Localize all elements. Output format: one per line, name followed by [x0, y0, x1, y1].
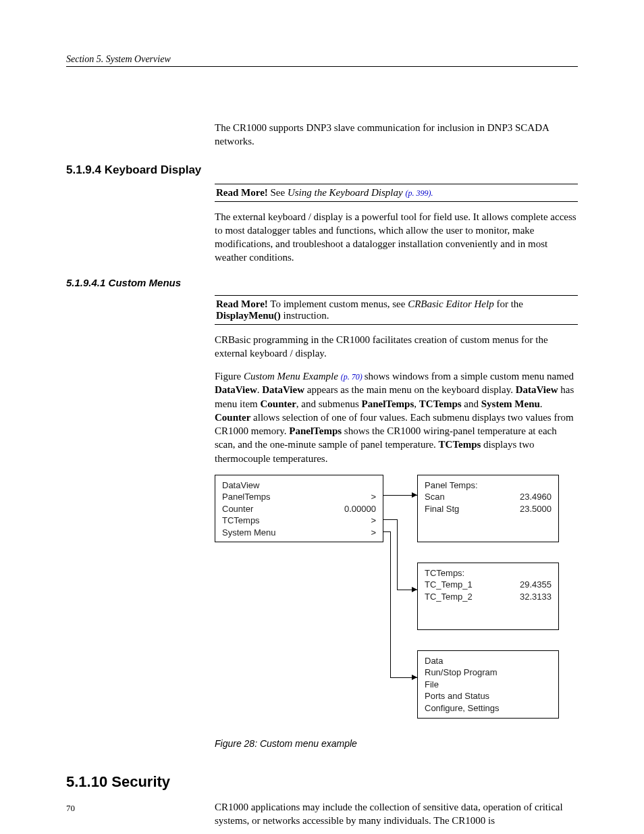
read-more-label: Read More!	[216, 187, 268, 198]
data-label: Final Stg	[425, 503, 459, 515]
text: ,	[414, 398, 419, 409]
panel-paneltemps: Panel Temps: Scan23.4960 Final Stg23.500…	[417, 475, 559, 542]
text: and	[462, 398, 481, 409]
menu-value: >	[371, 515, 376, 527]
connector-line	[390, 531, 391, 677]
bold: DataView	[215, 384, 257, 395]
data-value: 23.5000	[520, 503, 552, 515]
data-label: TC_Temp_2	[425, 591, 473, 603]
bold: TCTemps	[419, 398, 462, 409]
text: appears as the main menu on the keyboard…	[304, 384, 516, 395]
read-more-callout-1: Read More! See Using the Keyboard Displa…	[215, 184, 578, 202]
text: shows windows from a simple custom menu …	[365, 371, 574, 382]
panel-title: TCTemps:	[425, 567, 552, 579]
sys-line: Ports and Status	[425, 690, 552, 702]
panel-tctemps: TCTemps: TC_Temp_129.4355 TC_Temp_232.31…	[417, 563, 559, 630]
menu-value: >	[371, 491, 376, 503]
text: , and submenus	[296, 398, 362, 409]
menu-row: Counter0.00000	[222, 503, 376, 515]
keyboard-display-paragraph: The external keyboard / display is a pow…	[215, 210, 578, 265]
panel-system-menu: Data Run/Stop Program File Ports and Sta…	[417, 650, 559, 719]
menu-row: System Menu>	[222, 527, 376, 539]
panel-title: Panel Temps:	[425, 479, 552, 492]
read-more-callout-2: Read More! To implement custom menus, se…	[215, 295, 578, 325]
menu-value: 0.00000	[344, 503, 376, 515]
connector-line	[397, 519, 398, 590]
page-number: 70	[66, 803, 75, 814]
crbasic-editor-help: CRBasic Editor Help	[408, 298, 494, 309]
connector-line	[383, 531, 390, 532]
page-ref-link[interactable]: (p. 399).	[405, 188, 433, 198]
menu-row: PanelTemps>	[222, 491, 376, 503]
sys-line: Configure, Settings	[425, 702, 552, 714]
text: Figure	[215, 371, 244, 382]
sys-line: Run/Stop Program	[425, 667, 552, 679]
panel-title: DataView	[222, 479, 376, 492]
heading-5-1-9-4: 5.1.9.4 Keyboard Display	[66, 163, 578, 177]
callout-text: To implement custom menus, see	[268, 298, 408, 309]
displaymenu-instr: DisplayMenu()	[216, 310, 281, 321]
callout-text: for the	[494, 298, 523, 309]
security-paragraph: CR1000 applications may include the coll…	[215, 800, 578, 828]
callout-text: See	[268, 187, 288, 198]
data-label: Scan	[425, 491, 445, 503]
sys-line: File	[425, 679, 552, 691]
bold: PanelTemps	[362, 398, 414, 409]
data-label: TC_Temp_1	[425, 579, 473, 591]
data-value: 23.4960	[520, 491, 552, 503]
page-ref-link[interactable]: (p. 70)	[341, 372, 365, 382]
bold: TCTemps	[439, 439, 481, 450]
data-row: Scan23.4960	[425, 491, 552, 503]
connector-line	[383, 519, 397, 520]
data-value: 29.4355	[520, 579, 552, 591]
menu-label: PanelTemps	[222, 491, 271, 503]
bold: System Menu	[481, 398, 540, 409]
menu-label: Counter	[222, 503, 253, 515]
data-row: TC_Temp_232.3133	[425, 591, 552, 603]
bold: Counter	[261, 398, 296, 409]
menu-value: >	[371, 527, 376, 539]
intro-paragraph: The CR1000 supports DNP3 slave communica…	[215, 121, 578, 149]
data-value: 32.3133	[520, 591, 552, 603]
custom-menus-para-2: Figure Custom Menu Example (p. 70) shows…	[215, 369, 578, 465]
read-more-label: Read More!	[216, 298, 268, 309]
bold: DataView	[516, 384, 558, 395]
callout-link-title: Using the Keyboard Display	[288, 187, 405, 198]
callout-text: instruction.	[281, 310, 329, 321]
running-header: Section 5. System Overview	[66, 54, 578, 67]
heading-5-1-10: 5.1.10 Security	[66, 773, 578, 791]
menu-row: TCTemps>	[222, 515, 376, 527]
custom-menus-para-1: CRBasic programming in the CR1000 facili…	[215, 333, 578, 361]
bold: Counter	[215, 412, 250, 423]
arrowhead-icon	[412, 675, 417, 680]
heading-5-1-9-4-1: 5.1.9.4.1 Custom Menus	[66, 277, 578, 288]
panel-main-menu: DataView PanelTemps> Counter0.00000 TCTe…	[215, 475, 383, 542]
data-row: Final Stg23.5000	[425, 503, 552, 515]
figure-28-diagram: DataView PanelTemps> Counter0.00000 TCTe…	[215, 475, 559, 731]
menu-label: TCTemps	[222, 515, 260, 527]
figure-ref: Custom Menu Example	[244, 371, 341, 382]
text: .	[540, 398, 543, 409]
arrowhead-icon	[412, 492, 417, 498]
arrowhead-icon	[412, 587, 417, 592]
figure-caption: Figure 28: Custom menu example	[215, 738, 578, 749]
bold: DataView	[262, 384, 304, 395]
bold: PanelTemps	[289, 425, 342, 436]
menu-label: System Menu	[222, 527, 275, 539]
data-row: TC_Temp_129.4355	[425, 579, 552, 591]
sys-line: Data	[425, 655, 552, 667]
